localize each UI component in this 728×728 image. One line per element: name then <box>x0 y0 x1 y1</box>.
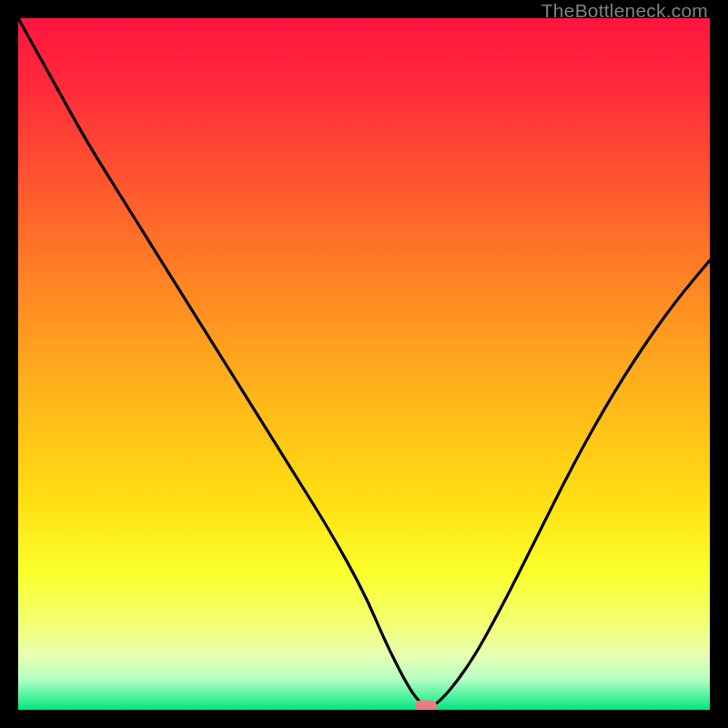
bottleneck-curve <box>18 18 710 710</box>
optimum-marker <box>415 701 437 710</box>
plot-area <box>18 18 710 710</box>
chart-frame: TheBottleneck.com <box>0 0 728 728</box>
watermark-text: TheBottleneck.com <box>541 0 708 22</box>
